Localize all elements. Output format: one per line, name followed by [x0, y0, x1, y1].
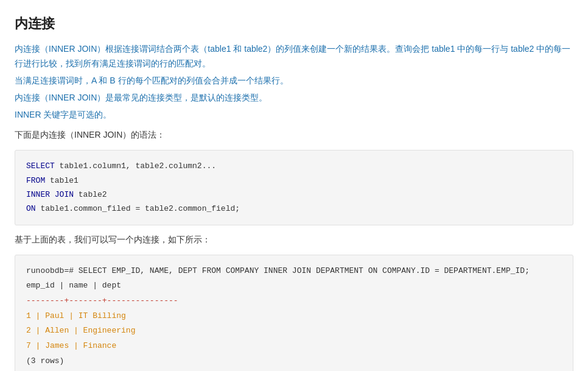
result-row-2: 2 | Allen | Engineering [26, 323, 562, 339]
paragraph-2: 当满足连接谓词时，A 和 B 行的每个匹配对的列值会合并成一个结果行。 [15, 74, 573, 88]
paragraph-4: INNER 关键字是可选的。 [15, 108, 573, 122]
code-line-1-rest: table1.column1, table2.column2... [55, 161, 216, 171]
code-line-3: INNER JOIN table2 [26, 188, 562, 202]
result-code-block: runoobdb=# SELECT EMP_ID, NAME, DEPT FRO… [15, 255, 573, 371]
paragraph-5: 下面是内连接（INNER JOIN）的语法： [15, 128, 573, 143]
code-line-2-rest: table1 [45, 176, 79, 185]
code-line-2: FROM table1 [26, 174, 562, 188]
kw-from: FROM [26, 176, 45, 185]
syntax-code-block: SELECT table1.column1, table2.column2...… [15, 150, 573, 225]
result-footer: (3 rows) [26, 354, 562, 369]
result-header: emp_id | name | dept [26, 278, 562, 294]
paragraph-1: 内连接（INNER JOIN）根据连接谓词结合两个表（table1 和 tabl… [15, 42, 573, 71]
code-line-4: ON table1.common_filed = table2.common_f… [26, 202, 562, 216]
kw-inner-join: INNER JOIN [26, 190, 74, 199]
between-text: 基于上面的表，我们可以写一个内连接，如下所示： [15, 233, 573, 247]
kw-on: ON [26, 204, 36, 213]
result-row-3: 7 | James | Finance [26, 339, 562, 354]
result-divider: --------+-------+--------------- [26, 294, 562, 309]
result-row-1: 1 | Paul | IT Billing [26, 309, 562, 324]
code-line-4-rest: table1.common_filed = table2.common_fiel… [36, 204, 240, 213]
code-line-1: SELECT table1.column1, table2.column2... [26, 159, 562, 173]
paragraph-3: 内连接（INNER JOIN）是最常见的连接类型，是默认的连接类型。 [15, 91, 573, 105]
result-prompt-sql: runoobdb=# SELECT EMP_ID, NAME, DEPT FRO… [26, 264, 562, 279]
kw-select: SELECT [26, 161, 55, 171]
page-title: 内连接 [15, 12, 573, 35]
code-line-3-rest: table2 [74, 190, 107, 199]
